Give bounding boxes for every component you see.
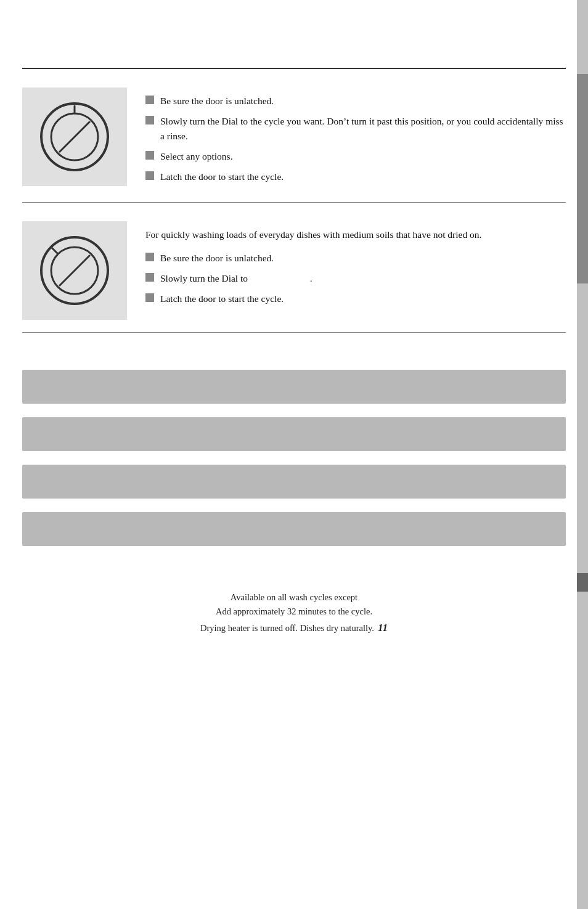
section2-bullet3: Latch the door to start the cycle. (145, 291, 566, 306)
footer-line1: Available on all wash cycles except (22, 590, 566, 605)
page-number: 11 (378, 622, 388, 634)
svg-line-6 (59, 255, 90, 286)
footer-line3: Drying heater is turned off. Dishes dry … (22, 622, 566, 634)
bullet-square-1 (145, 96, 154, 104)
section-1: Be sure the door is unlatched. Slowly tu… (0, 69, 588, 202)
scrollbar[interactable] (577, 0, 588, 909)
bullet-square-4 (145, 171, 154, 180)
bullet-square-3 (145, 151, 154, 160)
scrollbar-thumb[interactable] (577, 74, 588, 283)
section1-bullet2-text: Slowly turn the Dial to the cycle you wa… (160, 114, 566, 143)
section2-bullet2: Slowly turn the Dial to . (145, 271, 566, 285)
section-2-text: For quickly washing loads of everyday di… (145, 221, 566, 312)
section1-bullet3-text: Select any options. (160, 149, 233, 163)
dial-icon-2 (38, 234, 112, 308)
section2-bullet1-text: Be sure the door is unlatched. (160, 251, 274, 265)
gray-bar-1 (22, 370, 566, 404)
scrollbar-tick (577, 573, 588, 592)
section2-intro: For quickly washing loads of everyday di… (145, 227, 566, 242)
section1-bullet2: Slowly turn the Dial to the cycle you wa… (145, 114, 566, 143)
section2-bullet3-text: Latch the door to start the cycle. (160, 291, 284, 306)
gray-bars-section (0, 333, 588, 572)
svg-line-7 (51, 247, 57, 253)
section2-bullet1: Be sure the door is unlatched. (145, 251, 566, 265)
section1-bullet4-text: Latch the door to start the cycle. (160, 169, 284, 184)
footer-section: Available on all wash cycles except Add … (0, 572, 588, 646)
icon-box-2 (22, 221, 127, 320)
bullet-square-s2-3 (145, 293, 154, 302)
section1-bullet1: Be sure the door is unlatched. (145, 94, 566, 108)
gray-bar-4 (22, 512, 566, 546)
gray-bar-2 (22, 417, 566, 451)
section-2: For quickly washing loads of everyday di… (0, 203, 588, 332)
section1-bullet4: Latch the door to start the cycle. (145, 169, 566, 184)
bullet-square-s2-2 (145, 273, 154, 282)
section1-bullet1-text: Be sure the door is unlatched. (160, 94, 274, 108)
gray-bar-3 (22, 465, 566, 499)
footer-line2: Add approximately 32 minutes to the cycl… (22, 605, 566, 619)
dial-icon-1 (38, 100, 112, 174)
bullet-square-2 (145, 116, 154, 124)
svg-line-2 (59, 121, 90, 152)
bullet-square-s2-1 (145, 253, 154, 261)
icon-box-1 (22, 88, 127, 186)
section2-bullet2-text: Slowly turn the Dial to . (160, 271, 312, 285)
section-1-text: Be sure the door is unlatched. Slowly tu… (145, 88, 566, 190)
section1-bullet3: Select any options. (145, 149, 566, 163)
